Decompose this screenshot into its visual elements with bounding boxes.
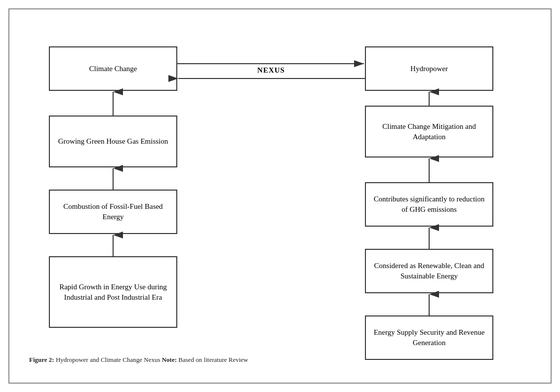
box-hydropower: Hydropower bbox=[365, 46, 493, 91]
caption-note-text: Based on literature Review bbox=[178, 356, 248, 363]
box-renewable: Considered as Renewable, Clean and Susta… bbox=[365, 249, 493, 293]
caption-note-bold: Note: bbox=[162, 356, 177, 363]
box-climate-change: Climate Change bbox=[49, 46, 177, 91]
box-mitigation: Climate Change Mitigation and Adaptation bbox=[365, 106, 493, 157]
diagram-inner: Climate Change Growing Green House Gas E… bbox=[19, 19, 541, 373]
renewable-label: Considered as Renewable, Clean and Susta… bbox=[371, 261, 487, 281]
energy-supply-label: Energy Supply Security and Revenue Gener… bbox=[371, 327, 487, 348]
rapid-growth-label: Rapid Growth in Energy Use during Indust… bbox=[55, 282, 171, 303]
climate-change-label: Climate Change bbox=[89, 64, 137, 74]
greenhouse-label: Growing Green House Gas Emission bbox=[58, 136, 168, 147]
box-rapid-growth: Rapid Growth in Energy Use during Indust… bbox=[49, 256, 177, 328]
hydropower-label: Hydropower bbox=[410, 64, 448, 74]
box-energy-supply: Energy Supply Security and Revenue Gener… bbox=[365, 315, 493, 360]
mitigation-label: Climate Change Mitigation and Adaptation bbox=[371, 121, 487, 142]
box-combustion: Combustion of Fossil-Fuel Based Energy bbox=[49, 190, 177, 234]
nexus-label: NEXUS bbox=[192, 66, 350, 75]
figure-caption: Figure 2: Hydropower and Climate Change … bbox=[29, 356, 248, 364]
box-greenhouse: Growing Green House Gas Emission bbox=[49, 116, 177, 167]
contributes-label: Contributes significantly to reduction o… bbox=[371, 194, 487, 215]
caption-bold: Figure 2: bbox=[29, 356, 54, 363]
caption-text: Hydropower and Climate Change Nexus bbox=[56, 356, 162, 363]
box-contributes: Contributes significantly to reduction o… bbox=[365, 182, 493, 227]
nexus-text: NEXUS bbox=[257, 66, 285, 74]
diagram-container: Climate Change Growing Green House Gas E… bbox=[8, 8, 552, 384]
combustion-label: Combustion of Fossil-Fuel Based Energy bbox=[55, 201, 171, 222]
